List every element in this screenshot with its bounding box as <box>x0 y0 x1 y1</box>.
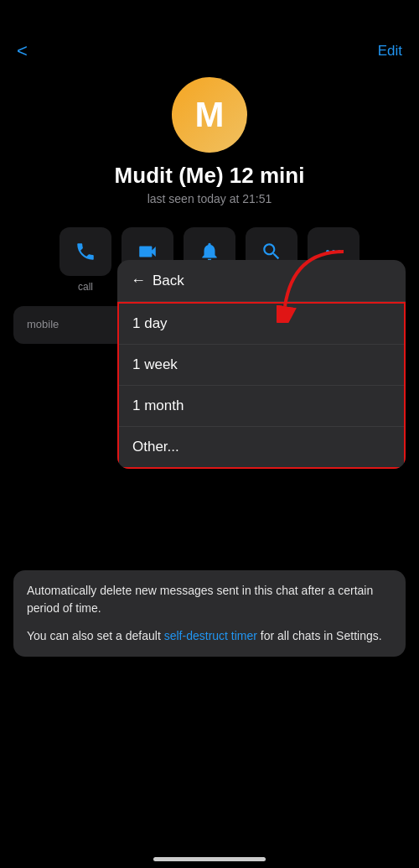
home-indicator <box>153 857 266 861</box>
edit-button[interactable]: Edit <box>378 43 402 60</box>
self-destruct-link[interactable]: self-destruct timer <box>164 629 257 642</box>
dropdown-items-list: 1 day 1 week 1 month Other... <box>117 302 406 469</box>
nav-bar: < Edit <box>0 37 419 69</box>
description-section: Automatically delete new messages sent i… <box>13 570 406 657</box>
phone-icon <box>75 241 96 262</box>
dropdown-title: Back <box>153 273 184 289</box>
call-icon-box <box>59 227 111 276</box>
ellipsis-icon <box>326 250 341 253</box>
dropdown-back-arrow[interactable]: ← <box>131 272 146 289</box>
timer-1day[interactable]: 1 day <box>119 304 404 345</box>
call-label: call <box>78 281 93 293</box>
timer-1week[interactable]: 1 week <box>119 345 404 386</box>
contact-status: last seen today at 21:51 <box>147 192 272 205</box>
profile-section: M Mudit (Me) 12 mini last seen today at … <box>0 69 419 219</box>
description-after: for all chats in Settings. <box>257 629 382 642</box>
timer-dropdown: ← Back 1 day 1 week 1 month Other... <box>117 260 406 469</box>
dropdown-header: ← Back <box>117 260 406 302</box>
timer-other[interactable]: Other... <box>119 427 404 467</box>
status-bar <box>0 0 419 37</box>
contact-name: Mudit (Me) 12 mini <box>115 163 305 189</box>
avatar: M <box>172 77 247 153</box>
description-before: You can also set a default <box>27 629 164 642</box>
timer-1month[interactable]: 1 month <box>119 386 404 427</box>
description-text-1: Automatically delete new messages sent i… <box>27 582 392 617</box>
call-button[interactable]: call <box>59 227 111 293</box>
description-text-2: You can also set a default self-destruct… <box>27 627 392 645</box>
back-button[interactable]: < <box>17 40 28 62</box>
